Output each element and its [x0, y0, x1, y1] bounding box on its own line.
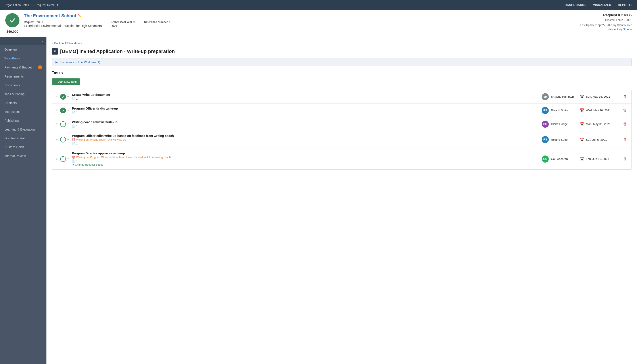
- task-content: Program Director approves write-up ⏰ Wai…: [72, 152, 539, 166]
- document-icon: 📄: [72, 97, 75, 100]
- task-caret-icon[interactable]: ▼: [67, 158, 69, 160]
- task-content: Program Officer edits write-up based on …: [72, 134, 539, 145]
- task-caret-icon[interactable]: ▼: [67, 123, 69, 126]
- avatar: CH: [542, 120, 549, 128]
- task-doc-count: 📄 1: [72, 97, 539, 100]
- request-title-field: Request Title ✏ Experiential Environment…: [24, 20, 102, 28]
- sidebar-item-interactions[interactable]: Interactions: [0, 107, 47, 116]
- document-icon: 📄: [72, 160, 75, 162]
- task-due-date: 📅 Wed, May 26, 2021: [580, 108, 619, 112]
- reference-number-field: Reference Number ✏: [144, 20, 171, 28]
- org-name: The Environment School ✏️: [24, 13, 576, 18]
- drag-handle-icon[interactable]: ≡: [56, 108, 58, 112]
- task-due-date: 📅 Sun, May 16, 2021: [580, 94, 619, 99]
- document-icon: 📄: [72, 124, 75, 128]
- back-chevron-icon: «: [52, 42, 53, 45]
- sidebar-item-requirements[interactable]: Requirements: [0, 72, 47, 81]
- add-task-button[interactable]: + Add New Task: [52, 78, 80, 85]
- request-title-edit-icon[interactable]: ✏: [41, 20, 44, 24]
- task-checkbox[interactable]: [60, 156, 66, 162]
- task-list: ≡ ▼ Create write-up document 📄 1: [52, 90, 632, 170]
- sidebar-item-documents[interactable]: Documents: [0, 81, 47, 90]
- sidebar-item-learning-evaluation[interactable]: Learning & Evaluation: [0, 125, 47, 134]
- sidebar-item-custom-fields[interactable]: Custom Fields: [0, 143, 47, 152]
- drag-handle-icon[interactable]: ≡: [56, 95, 58, 99]
- calendar-icon: 📅: [580, 122, 584, 126]
- top-nav: Organization Detail / ...Request Detail …: [0, 0, 637, 10]
- avatar: RS: [542, 136, 549, 143]
- documents-arrow-icon: ▶: [56, 60, 58, 64]
- task-delete-button[interactable]: 🗑: [622, 121, 628, 127]
- calendar-icon: 📅: [580, 157, 584, 161]
- payments-badge: !: [38, 66, 42, 69]
- tasks-label: Tasks: [52, 71, 632, 75]
- task-name: Writing coach reviews write-up: [72, 120, 539, 124]
- sidebar-item-publishing[interactable]: Publishing: [0, 116, 47, 125]
- nav-reports[interactable]: REPORTS: [618, 3, 632, 7]
- sidebar-item-internal-review[interactable]: Internal Review: [0, 152, 47, 160]
- task-caret-icon[interactable]: ▼: [67, 138, 69, 141]
- org-logo: [5, 13, 20, 28]
- documents-in-workflow[interactable]: ▶ Documents in This Workflow (1): [52, 58, 632, 66]
- view-activity-stream-link[interactable]: View Activity Stream: [608, 28, 632, 31]
- sidebar-item-contacts[interactable]: Contacts: [0, 98, 47, 107]
- add-icon: +: [55, 80, 57, 84]
- task-delete-button[interactable]: 🗑: [622, 156, 628, 162]
- back-to-workflows-link[interactable]: « Back to All Workflows: [52, 42, 632, 45]
- check-mark-icon: [9, 17, 16, 24]
- fiscal-year-edit-icon[interactable]: ✏: [133, 20, 135, 24]
- sidebar-item-tags[interactable]: Tags & Coding: [0, 90, 47, 98]
- task-caret-icon[interactable]: ▼: [67, 96, 69, 98]
- drag-handle-icon[interactable]: ≡: [56, 157, 58, 161]
- assignee-name: Claire Hodge: [551, 122, 568, 126]
- task-delete-button[interactable]: 🗑: [622, 94, 628, 100]
- task-checkbox[interactable]: [60, 121, 66, 127]
- table-row: ≡ ▼ Program Officer edits write-up based…: [52, 131, 631, 148]
- task-assignee: GC Gail Cochran: [542, 156, 577, 162]
- sidebar-item-workflows[interactable]: Workflows: [0, 54, 47, 63]
- document-icon: 📄: [72, 142, 75, 145]
- table-row: ≡ ▼ Create write-up document 📄 1: [52, 90, 631, 104]
- grant-fiscal-year-field: Grant Fiscal Year ✏ 2021: [111, 20, 135, 28]
- task-waiting-notice: ⏰ Waiting on: Program Officer edits writ…: [72, 156, 539, 159]
- task-delete-button[interactable]: 🗑: [622, 136, 628, 143]
- org-logo-section: $40,000: [5, 13, 20, 33]
- assignee-name: Shawna Hampton: [551, 95, 574, 98]
- nav-dashboards[interactable]: DASHBOARDS: [565, 3, 586, 7]
- checkmark-icon: [62, 109, 65, 112]
- breadcrumb-org-detail[interactable]: Organization Detail: [5, 3, 29, 7]
- change-request-status-link[interactable]: ➜ Change Request Status: [72, 163, 539, 166]
- drag-handle-icon[interactable]: ≡: [56, 122, 58, 126]
- page-header: $40,000 The Environment School ✏️ Reques…: [0, 10, 637, 37]
- sidebar-item-payments[interactable]: Payments & Budget !: [0, 63, 47, 72]
- nav-visualizer[interactable]: VISUALIZER: [593, 3, 611, 7]
- arrow-icon: ➜: [72, 163, 74, 166]
- task-content: Create write-up document 📄 1: [72, 93, 539, 100]
- header-info: The Environment School ✏️ Request Title …: [24, 13, 576, 28]
- sidebar-item-grantee-portal[interactable]: Grantee Portal: [0, 134, 47, 143]
- task-caret-icon[interactable]: ▼: [67, 109, 69, 112]
- document-icon: 📄: [72, 111, 75, 114]
- task-delete-button[interactable]: 🗑: [622, 107, 628, 114]
- main-inner: « Back to All Workflows ✉ [DEMO] Invited…: [47, 37, 637, 174]
- table-row: ≡ ▼ Program Officer drafts write-up 📄 1: [52, 104, 631, 117]
- avatar: RS: [542, 107, 549, 114]
- sidebar-item-overview[interactable]: Overview: [0, 45, 47, 54]
- task-doc-count: 📄 1: [72, 142, 539, 145]
- task-checkbox[interactable]: [60, 137, 66, 142]
- task-due-date: 📅 Thu, Jun 10, 2021: [580, 157, 619, 161]
- task-name: Program Director approves write-up: [72, 152, 539, 155]
- assignee-name: Roland Sutton: [551, 109, 569, 112]
- org-name-edit-icon[interactable]: ✏️: [78, 14, 81, 18]
- reference-number-edit-icon[interactable]: ✏: [168, 20, 171, 24]
- avatar: SH: [542, 93, 549, 100]
- breadcrumb-request-detail[interactable]: ...Request Detail: [33, 3, 54, 7]
- task-checkbox[interactable]: [60, 94, 66, 100]
- sidebar-toggle[interactable]: «: [0, 37, 47, 45]
- breadcrumb-caret: ▼: [56, 3, 59, 7]
- top-nav-links: DASHBOARDS VISUALIZER REPORTS: [565, 3, 632, 7]
- task-checkbox[interactable]: [60, 108, 66, 113]
- drag-handle-icon[interactable]: ≡: [56, 138, 58, 142]
- task-doc-count: 📄 1: [72, 160, 539, 162]
- request-id: Request ID: 4836: [580, 13, 632, 17]
